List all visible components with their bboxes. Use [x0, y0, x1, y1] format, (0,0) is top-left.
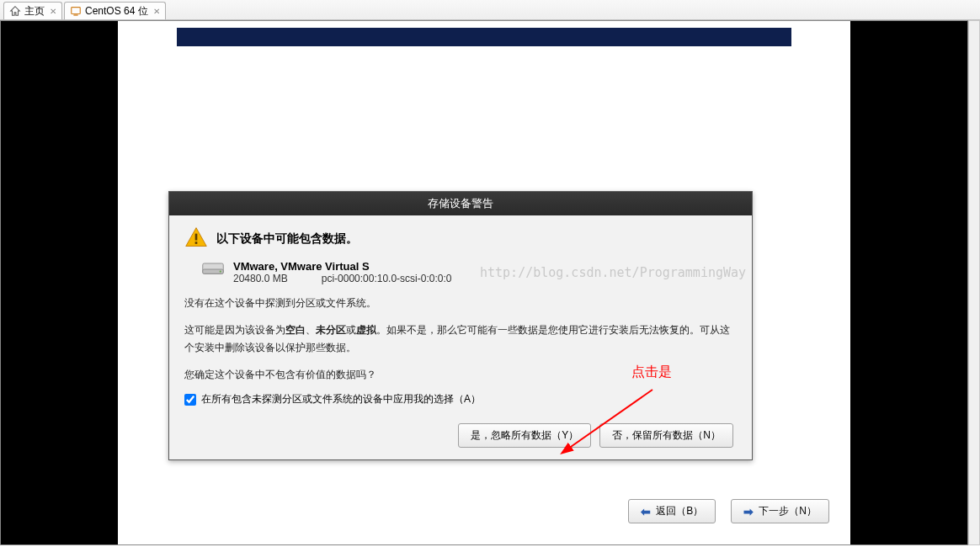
dialog-title: 存储设备警告: [169, 192, 752, 215]
device-size: 20480.0 MB: [233, 273, 288, 284]
svg-rect-3: [195, 242, 198, 244]
tab-label: 主页: [24, 4, 45, 19]
installer-screen: 存储设备警告 以下设备中可能包含数据。: [118, 21, 850, 544]
warning-icon: [184, 226, 208, 252]
dialog-paragraph-1: 没有在这个设备中探测到分区或文件系统。: [184, 295, 737, 313]
tab-vm[interactable]: CentOS 64 位 ✕: [64, 2, 166, 19]
vm-icon: [70, 5, 82, 17]
tab-bar: 主页 ✕ CentOS 64 位 ✕: [0, 0, 980, 20]
header-band: [177, 28, 791, 46]
device-path: pci-0000:00:10.0-scsi-0:0:0:0: [322, 273, 452, 284]
tab-label: CentOS 64 位: [85, 4, 148, 19]
scrollbar[interactable]: [968, 20, 980, 545]
arrow-right-icon: ➡: [743, 505, 754, 518]
disk-icon: [201, 260, 225, 281]
apply-choice-checkbox-row[interactable]: 在所有包含未探测分区或文件系统的设备中应用我的选择（A）: [184, 392, 737, 406]
svg-point-6: [220, 271, 221, 273]
storage-warning-dialog: 存储设备警告 以下设备中可能包含数据。: [168, 191, 753, 460]
apply-choice-checkbox[interactable]: [184, 394, 196, 406]
no-keep-button[interactable]: 否，保留所有数据（N）: [599, 423, 733, 448]
vm-viewport: 存储设备警告 以下设备中可能包含数据。: [0, 20, 968, 545]
svg-rect-2: [195, 234, 198, 241]
dialog-body: 以下设备中可能包含数据。 VMware, VMware Virtual S: [169, 215, 752, 459]
yes-discard-button[interactable]: 是，忽略所有数据（Y）: [458, 423, 591, 448]
svg-rect-0: [72, 8, 81, 14]
nav-buttons: ⬅ 返回（B） ➡ 下一步（N）: [628, 499, 829, 523]
close-icon[interactable]: ✕: [153, 7, 160, 16]
arrow-left-icon: ⬅: [641, 505, 651, 518]
dialog-paragraph-2: 这可能是因为该设备为空白、未分区或虚拟。如果不是，那么它可能有一些数据是您使用它…: [184, 321, 737, 358]
dialog-paragraph-3: 您确定这个设备中不包含有价值的数据吗？: [184, 366, 737, 385]
back-button[interactable]: ⬅ 返回（B）: [628, 499, 716, 523]
tab-home[interactable]: 主页 ✕: [3, 2, 62, 19]
close-icon[interactable]: ✕: [50, 7, 56, 16]
home-icon: [9, 5, 21, 17]
svg-rect-1: [73, 14, 77, 15]
device-name: VMware, VMware Virtual S: [233, 260, 451, 273]
warning-heading: 以下设备中可能包含数据。: [216, 231, 358, 247]
checkbox-label: 在所有包含未探测分区或文件系统的设备中应用我的选择（A）: [201, 392, 481, 406]
next-button[interactable]: ➡ 下一步（N）: [731, 499, 829, 523]
